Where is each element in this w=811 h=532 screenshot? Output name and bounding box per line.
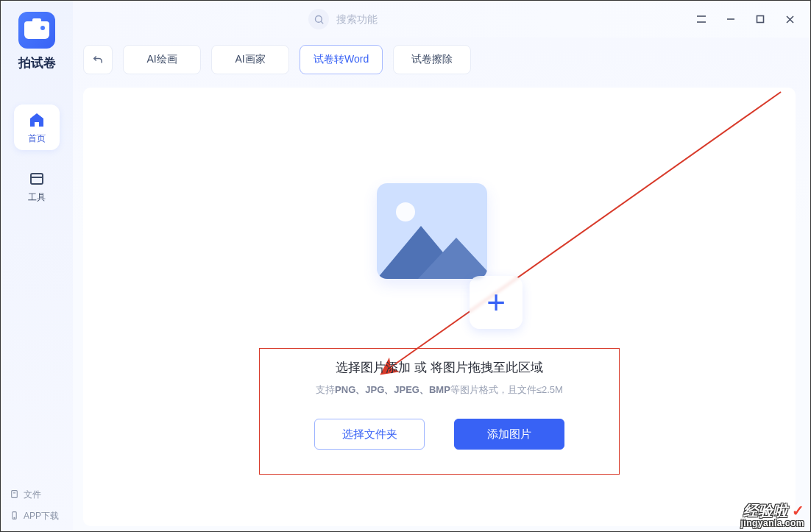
file-icon <box>10 489 19 501</box>
sidebar-item-home[interactable]: 首页 <box>14 104 60 150</box>
sidebar-item-tools[interactable]: 工具 <box>14 163 60 209</box>
svg-rect-2 <box>12 490 18 497</box>
menu-button[interactable] <box>687 4 716 34</box>
tools-icon <box>27 169 46 188</box>
tabs-row: AI绘画 AI画家 试卷转Word 试卷擦除 <box>83 45 796 74</box>
sidebar: 拍试卷 首页 工具 文件 APP下载 <box>1 1 73 531</box>
tab-exam-to-word[interactable]: 试卷转Word <box>300 45 383 74</box>
maximize-button[interactable] <box>746 4 775 34</box>
content-card: + 选择图片添加 或 将图片拖拽至此区域 支持PNG、JPG、JPEG、BMP等… <box>83 88 796 526</box>
drop-title: 选择图片添加 或 将图片拖拽至此区域 <box>336 359 542 376</box>
minimize-button[interactable] <box>716 4 746 34</box>
back-button[interactable] <box>83 45 113 74</box>
add-image-button[interactable]: 添加图片 <box>454 419 564 450</box>
main: AI绘画 AI画家 试卷转Word 试卷擦除 + 选择图片添加 或 将图片拖拽至… <box>73 38 810 531</box>
svg-point-6 <box>315 15 322 22</box>
drop-subtitle: 支持PNG、JPG、JPEG、BMP等图片格式，且文件≤2.5M <box>316 383 563 397</box>
search-input[interactable] <box>336 13 439 25</box>
sidebar-link-files[interactable]: 文件 <box>10 489 41 501</box>
home-icon <box>27 110 46 130</box>
svg-line-7 <box>321 21 323 24</box>
phone-icon <box>10 511 19 522</box>
sidebar-bottom: 文件 APP下载 <box>1 489 73 522</box>
window-controls <box>687 1 804 38</box>
sidebar-link-download[interactable]: APP下载 <box>10 510 59 522</box>
sidebar-link-label: APP下载 <box>24 510 59 522</box>
svg-rect-0 <box>31 174 43 184</box>
tab-exam-erase[interactable]: 试卷擦除 <box>393 45 471 74</box>
sidebar-link-label: 文件 <box>24 489 41 501</box>
svg-point-5 <box>14 517 15 518</box>
topbar <box>73 1 810 38</box>
tab-ai-painter[interactable]: AI画家 <box>211 45 289 74</box>
plus-icon: + <box>470 276 523 329</box>
image-placeholder-icon: + <box>377 183 502 308</box>
app-name: 拍试卷 <box>18 54 56 71</box>
drop-panel[interactable]: 选择图片添加 或 将图片拖拽至此区域 支持PNG、JPG、JPEG、BMP等图片… <box>259 348 620 475</box>
sidebar-item-label: 工具 <box>28 191 46 204</box>
choose-folder-button[interactable]: 选择文件夹 <box>314 419 425 450</box>
sidebar-item-label: 首页 <box>28 132 46 145</box>
search-icon <box>308 9 329 29</box>
svg-rect-11 <box>757 16 764 23</box>
app-logo: 拍试卷 <box>18 12 56 71</box>
close-button[interactable] <box>775 4 804 34</box>
tab-ai-draw[interactable]: AI绘画 <box>123 45 201 74</box>
logo-icon <box>18 12 55 49</box>
